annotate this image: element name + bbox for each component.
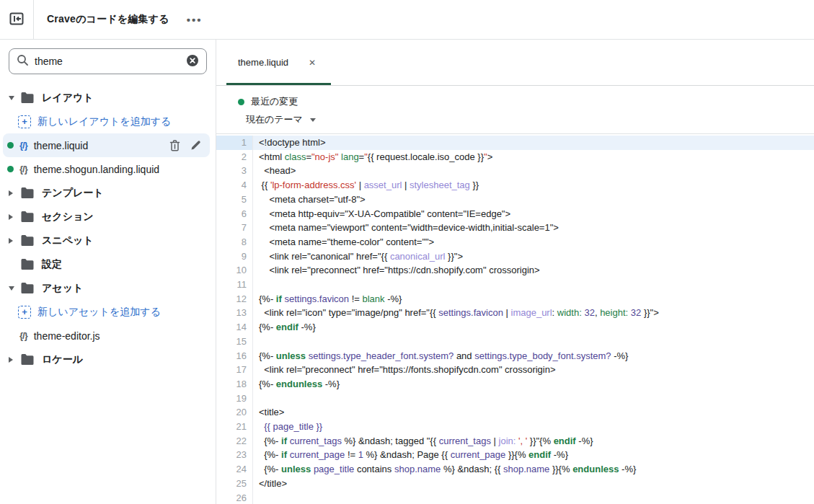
chevron-right-icon[interactable] — [9, 214, 20, 220]
line-number: 12 — [216, 292, 253, 306]
chevron-down-icon — [310, 118, 316, 122]
code-line-9[interactable]: 9 <link rel="canonical" href="{{ canonic… — [216, 249, 814, 264]
code-line-26[interactable]: 26 — [216, 491, 814, 504]
file-label: theme.liquid — [34, 140, 89, 151]
more-actions-button[interactable]: ••• — [185, 10, 204, 30]
green-status-dot-icon — [7, 166, 14, 172]
line-number: 19 — [216, 392, 253, 406]
line-number: 2 — [216, 150, 253, 164]
chevron-down-icon[interactable] — [9, 286, 20, 291]
add-plus-icon: + — [18, 306, 31, 319]
code-text: <meta charset="utf-8"> — [253, 193, 366, 207]
file-actions — [169, 140, 201, 151]
code-line-7[interactable]: 7 <meta name="viewport" content="width=d… — [216, 221, 814, 235]
code-line-24[interactable]: 24 {%- unless page_title contains shop.n… — [216, 462, 814, 477]
sidebar-item-add-1[interactable]: +新しいレイアウトを追加する — [0, 110, 210, 133]
code-line-8[interactable]: 8 <meta name="theme-color" content=""> — [216, 235, 814, 249]
file-label: theme-editor.js — [34, 330, 100, 342]
add-item-label: 新しいレイアウトを追加する — [37, 115, 171, 128]
code-line-18[interactable]: 18{%- endunless -%} — [216, 377, 814, 392]
liquid-file-icon: {/} — [19, 164, 27, 174]
sidebar-item-folder-11[interactable]: ロケール — [0, 348, 210, 371]
folder-label: ロケール — [42, 353, 83, 366]
sidebar-item-folder-7[interactable]: 設定 — [0, 252, 210, 276]
sidebar-item-folder-8[interactable]: アセット — [0, 276, 210, 300]
folder-label: テンプレート — [42, 187, 104, 200]
line-number: 24 — [216, 462, 253, 477]
exit-editor-button[interactable] — [5, 7, 28, 32]
code-line-6[interactable]: 6 <meta http-equiv="X-UA-Compatible" con… — [216, 207, 814, 221]
code-text — [253, 278, 259, 292]
code-line-4[interactable]: 4 {{ 'lp-form-address.css' | asset_url |… — [216, 178, 814, 193]
trash-icon — [169, 140, 180, 151]
line-number: 8 — [216, 235, 253, 249]
line-number: 6 — [216, 207, 253, 221]
code-line-11[interactable]: 11 — [216, 278, 814, 292]
sidebar-item-file-2[interactable]: {/}theme.liquid — [3, 133, 210, 157]
code-line-13[interactable]: 13 <link rel="icon" type="image/png" hre… — [216, 306, 814, 320]
sidebar-item-folder-6[interactable]: スニペット — [0, 229, 210, 252]
code-text: <meta name="theme-color" content=""> — [253, 235, 434, 249]
code-line-15[interactable]: 15 — [216, 335, 814, 349]
code-line-14[interactable]: 14{%- endif -%} — [216, 320, 814, 335]
folder-icon — [20, 353, 35, 366]
file-label: theme.shogun.landing.liquid — [34, 164, 159, 175]
code-line-17[interactable]: 17 <link rel="preconnect" href="https://… — [216, 363, 814, 377]
chevron-down-icon[interactable] — [9, 96, 20, 100]
file-search-box — [9, 48, 207, 74]
code-line-2[interactable]: 2<html class="no-js" lang="{{ request.lo… — [216, 150, 814, 164]
code-text: {%- endif -%} — [253, 320, 316, 335]
code-line-5[interactable]: 5 <meta charset="utf-8"> — [216, 193, 814, 207]
add-plus-icon: + — [18, 115, 31, 128]
code-line-10[interactable]: 10 <link rel="preconnect" href="https://… — [216, 263, 814, 278]
code-line-23[interactable]: 23 {%- if current_page != 1 %} &ndash; P… — [216, 448, 814, 462]
code-line-3[interactable]: 3 <head> — [216, 164, 814, 178]
line-number: 20 — [216, 405, 253, 420]
code-line-12[interactable]: 12{%- if settings.favicon != blank -%} — [216, 292, 814, 306]
code-text: <title> — [253, 405, 284, 420]
rename-file-button[interactable] — [190, 140, 201, 151]
folder-icon — [20, 282, 35, 294]
sidebar-item-folder-0[interactable]: レイアウト — [0, 86, 210, 110]
code-line-25[interactable]: 25</title> — [216, 477, 814, 491]
chevron-right-icon[interactable] — [9, 238, 20, 244]
code-line-19[interactable]: 19 — [216, 392, 814, 406]
file-sidebar: レイアウト+新しいレイアウトを追加する{/}theme.liquid{/}the… — [0, 40, 216, 504]
current-theme-selector[interactable]: 現在のテーマ — [246, 113, 316, 126]
tab-bar: theme.liquid✕ — [216, 40, 814, 86]
tab-theme.liquid[interactable]: theme.liquid✕ — [226, 40, 331, 85]
line-number: 25 — [216, 477, 253, 491]
line-number: 14 — [216, 320, 253, 335]
code-line-20[interactable]: 20<title> — [216, 405, 814, 420]
code-line-21[interactable]: 21 {{ page_title }} — [216, 420, 814, 434]
sidebar-item-file-3[interactable]: {/}theme.shogun.landing.liquid — [3, 157, 210, 181]
sidebar-item-add-9[interactable]: +新しいアセットを追加する — [0, 300, 210, 324]
chevron-right-icon[interactable] — [9, 190, 20, 196]
folder-icon — [20, 258, 35, 270]
search-input[interactable] — [35, 56, 186, 67]
sidebar-item-file-10[interactable]: {/}theme-editor.js — [3, 324, 210, 348]
sidebar-item-folder-4[interactable]: テンプレート — [0, 181, 210, 205]
line-number: 18 — [216, 377, 253, 392]
chevron-right-icon[interactable] — [9, 357, 20, 363]
sidebar-item-folder-5[interactable]: セクション — [0, 205, 210, 229]
code-line-1[interactable]: 1<!doctype html> — [216, 136, 814, 150]
search-icon — [17, 54, 29, 69]
delete-file-button[interactable] — [169, 140, 180, 151]
code-text: <link rel="preconnect" href="https://cdn… — [253, 263, 540, 278]
folder-icon — [20, 187, 35, 199]
status-dot-icon — [238, 99, 244, 105]
code-editor[interactable]: 1<!doctype html>2<html class="no-js" lan… — [216, 134, 814, 504]
close-tab-button[interactable]: ✕ — [307, 57, 317, 68]
pencil-icon — [190, 140, 201, 151]
file-tree: レイアウト+新しいレイアウトを追加する{/}theme.liquid{/}the… — [0, 86, 216, 371]
clear-search-button[interactable] — [186, 54, 199, 69]
code-text: <meta name="viewport" content="width=dev… — [253, 221, 559, 235]
code-line-16[interactable]: 16{%- unless settings.type_header_font.s… — [216, 349, 814, 363]
dot-placeholder — [7, 332, 14, 339]
code-text: {{ 'lp-form-address.css' | asset_url | s… — [253, 178, 479, 193]
code-line-22[interactable]: 22 {%- if current_tags %} &ndash; tagged… — [216, 434, 814, 448]
current-theme-label: 現在のテーマ — [246, 113, 303, 126]
code-text: {%- if settings.favicon != blank -%} — [253, 292, 402, 306]
line-number: 4 — [216, 178, 253, 193]
